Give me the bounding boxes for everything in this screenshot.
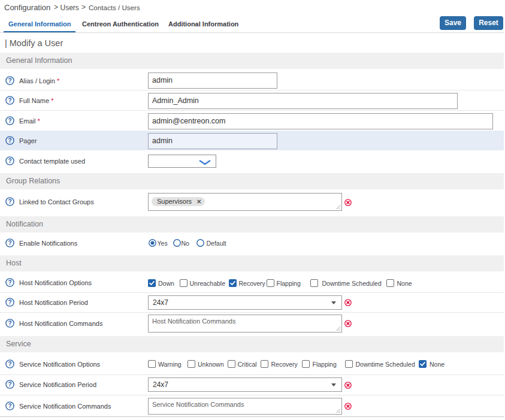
svg-text:?: ? bbox=[8, 381, 12, 388]
svg-text:?: ? bbox=[8, 240, 12, 246]
svg-text:?: ? bbox=[8, 361, 12, 367]
svg-text:?: ? bbox=[8, 158, 12, 164]
svg-text:?: ? bbox=[8, 279, 12, 286]
svg-text:?: ? bbox=[8, 198, 12, 205]
svg-text:?: ? bbox=[8, 117, 12, 124]
svg-text:?: ? bbox=[8, 403, 12, 409]
svg-text:?: ? bbox=[8, 320, 12, 327]
svg-text:?: ? bbox=[8, 137, 12, 144]
svg-text:?: ? bbox=[8, 77, 12, 84]
svg-text:?: ? bbox=[8, 299, 12, 306]
svg-text:?: ? bbox=[8, 97, 12, 104]
